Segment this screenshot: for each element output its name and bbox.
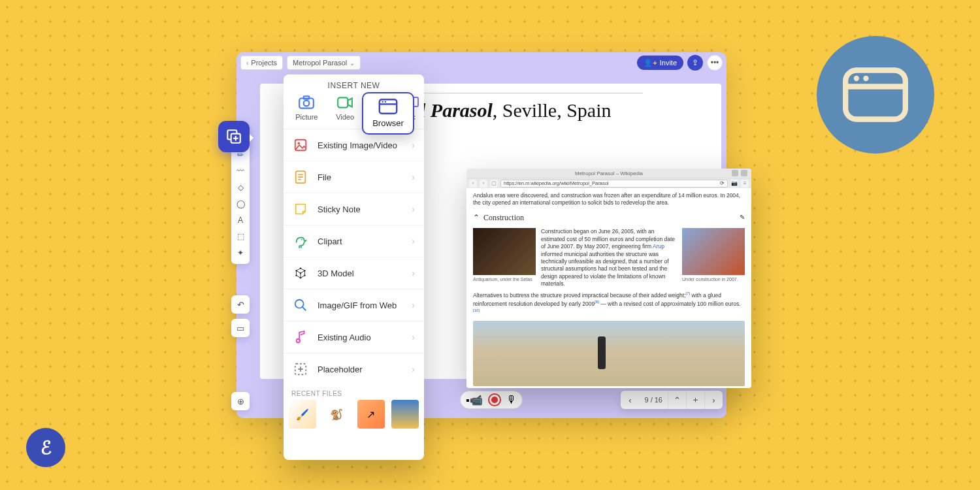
menu-placeholder[interactable]: Placeholder › — [284, 353, 424, 385]
title-rest: , Seville, Spain — [493, 99, 612, 121]
recent-thumbnail[interactable]: ↗ — [357, 400, 385, 429]
edit-icon[interactable]: ✎ — [740, 213, 745, 222]
url-bar[interactable]: https://en.m.wikipedia.org/wiki/Metropol… — [500, 180, 728, 188]
menu-label: Clipart — [318, 237, 342, 246]
reload-icon[interactable]: ⟳ — [720, 180, 725, 186]
app-logo: ℰ — [26, 428, 65, 467]
mic-icon[interactable]: 🎙 — [506, 394, 517, 406]
share-button[interactable]: ⇪ — [687, 55, 703, 71]
add-page[interactable]: ＋ — [686, 391, 704, 409]
insert-video[interactable]: Video — [327, 94, 363, 121]
menu-sticky-note[interactable]: Sticky Note › — [284, 193, 424, 225]
svg-point-27 — [295, 300, 304, 308]
page-title: ol Parasol, Seville, Spain — [410, 99, 612, 122]
menu-label: Placeholder — [318, 365, 363, 374]
highlighter-tool[interactable]: 〰 — [235, 165, 246, 177]
camera-icon — [297, 94, 316, 111]
nav-back[interactable]: ‹ — [469, 180, 477, 188]
shapes-tool[interactable]: ◯ — [235, 198, 246, 210]
cube-icon — [293, 265, 308, 281]
recent-thumbnail[interactable]: 🖌️ — [289, 400, 316, 429]
menu-clipart[interactable]: Clipart › — [284, 225, 424, 257]
image-caption: Under construction in 2007. — [682, 276, 745, 282]
svg-point-14 — [297, 142, 300, 144]
nav-camera[interactable]: 📷 — [730, 180, 738, 188]
nav-forward[interactable]: › — [480, 180, 487, 188]
nav-menu[interactable]: ≡ — [741, 180, 749, 188]
insert-button[interactable] — [218, 121, 250, 152]
article-image — [682, 228, 745, 275]
nav-tabs[interactable]: ▢ — [490, 180, 498, 188]
select-tool[interactable]: ⬚ — [235, 231, 246, 242]
intro-text: Andalus eras were discovered, and constr… — [473, 192, 745, 207]
browser-navbar: ‹ › ▢ https://en.m.wikipedia.org/wiki/Me… — [466, 178, 751, 188]
chevron-down-icon: ⌄ — [350, 59, 355, 67]
close-icon[interactable] — [741, 170, 747, 176]
fullscreen-button[interactable]: ▭ — [231, 319, 250, 337]
insert-picture[interactable]: Picture — [289, 94, 324, 121]
undo-button[interactable]: ↶ — [231, 295, 250, 314]
recent-thumbnail[interactable] — [391, 400, 419, 429]
chevron-right-icon: › — [412, 332, 415, 342]
record-button[interactable] — [488, 393, 501, 406]
section-heading[interactable]: ⌃ Construction ✎ — [473, 212, 745, 223]
chevron-right-icon: › — [412, 204, 415, 214]
page-up[interactable]: ⌃ — [668, 391, 686, 409]
chevron-down-icon: ⌃ — [473, 212, 480, 223]
next-page[interactable]: › — [704, 391, 723, 409]
svg-point-29 — [297, 339, 301, 343]
zoom-button[interactable]: ⊕ — [231, 392, 250, 410]
insert-menu-list: Existing Image/Video › File › Sticky Not… — [284, 129, 424, 385]
more-menu[interactable]: ••• — [707, 55, 723, 71]
svg-point-35 — [382, 101, 383, 103]
menu-existing-audio[interactable]: Existing Audio › — [284, 321, 424, 353]
project-selector[interactable]: Metropol Parasol ⌄ — [287, 56, 361, 70]
video-camera-icon[interactable]: ▪📹 — [466, 394, 483, 406]
url-text: https://en.m.wikipedia.org/wiki/Metropol… — [504, 180, 609, 186]
chevron-left-icon: ‹ — [246, 59, 248, 67]
placeholder-icon — [293, 361, 308, 377]
topbar: ‹ Projects Metropol Parasol ⌄ 👤+ Invite … — [237, 52, 727, 73]
page-navigator: ‹ 9 / 16 ⌃ ＋ › — [621, 391, 723, 409]
menu-label: Image/GIF from Web — [318, 301, 397, 310]
window-icon — [843, 65, 908, 124]
svg-point-9 — [304, 101, 310, 106]
music-icon — [293, 329, 308, 345]
text-tool[interactable]: A — [235, 214, 246, 226]
chevron-right-icon: › — [412, 140, 415, 150]
laser-tool[interactable]: ✦ — [235, 247, 246, 259]
back-to-projects[interactable]: ‹ Projects — [240, 56, 283, 70]
embedded-browser[interactable]: Metropol Parasol – Wikipedia ‹ › ▢ https… — [466, 169, 751, 388]
svg-rect-11 — [338, 97, 348, 107]
hero-badge — [817, 36, 934, 154]
share-icon: ⇪ — [692, 58, 698, 67]
svg-point-2 — [854, 76, 859, 81]
recent-thumbnail[interactable]: 🐒 — [323, 400, 350, 429]
fill-tool[interactable]: ◇ — [235, 182, 246, 193]
image-icon — [293, 137, 308, 153]
recent-files: 🖌️ 🐒 ↗ — [284, 400, 424, 429]
menu-label: Existing Image/Video — [318, 140, 397, 150]
browser-title-text: Metropol Parasol – Wikipedia — [575, 171, 643, 176]
menu-web-image[interactable]: Image/GIF from Web › — [284, 289, 424, 321]
insert-top-label: Picture — [295, 113, 318, 121]
insert-panel-title: INSERT NEW — [284, 74, 424, 94]
share-square-icon[interactable] — [732, 170, 738, 176]
arup-link[interactable]: Arup — [653, 243, 664, 250]
menu-label: Existing Audio — [318, 333, 371, 342]
invite-label: Invite — [660, 59, 677, 67]
prev-page[interactable]: ‹ — [621, 391, 639, 409]
menu-3d-model[interactable]: 3D Model › — [284, 257, 424, 289]
person-plus-icon: 👤+ — [644, 59, 657, 67]
svg-line-28 — [302, 307, 306, 311]
chevron-right-icon: › — [412, 268, 415, 278]
menu-file[interactable]: File › — [284, 161, 424, 193]
invite-button[interactable]: 👤+ Invite — [637, 56, 683, 70]
svg-point-19 — [301, 239, 302, 240]
chevron-right-icon: › — [412, 236, 415, 246]
article-image — [473, 228, 536, 275]
recent-files-label: RECENT FILES — [284, 385, 424, 400]
page-label: 9 / 16 — [639, 396, 668, 404]
insert-browser-selected[interactable]: Browser — [362, 92, 414, 135]
article-paragraph: Alternatives to buttress the structure p… — [473, 291, 745, 317]
